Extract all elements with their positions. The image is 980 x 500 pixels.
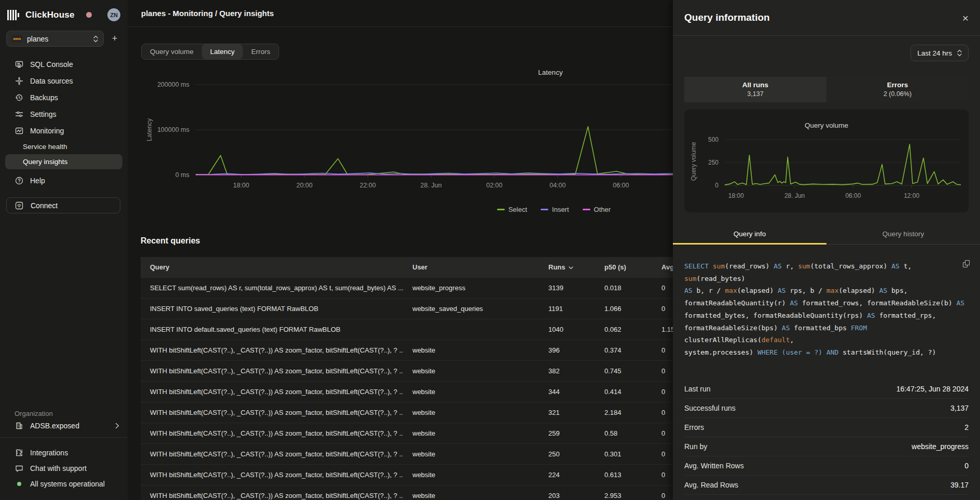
other-series-swatch: [583, 209, 590, 210]
legend-label: Select: [508, 206, 527, 213]
notification-dot-icon[interactable]: [86, 12, 92, 18]
cell-query: INSERT INTO saved_queries (text) FORMAT …: [141, 305, 403, 313]
svg-text:18:00: 18:00: [233, 182, 249, 189]
cell-query: WITH bitShiftLeft(CAST(?..), _CAST(?..))…: [141, 346, 403, 354]
service-selector[interactable]: aws planes: [6, 31, 104, 47]
sidebar-item-integrations[interactable]: Integrations: [0, 445, 128, 461]
tab-query-history[interactable]: Query history: [826, 223, 980, 244]
legend-item-insert[interactable]: Insert: [541, 206, 569, 213]
sidebar-item-label: Help: [30, 177, 45, 185]
chevron-right-icon: [115, 423, 119, 429]
cell-user: website: [403, 471, 539, 479]
cell-runs: 382: [539, 367, 595, 375]
breadcrumb: planes - Monitoring / Query insights: [141, 9, 274, 18]
brand-row: ClickHouse ZN: [0, 0, 128, 26]
sidebar: ClickHouse ZN aws planes + SQL Console D…: [0, 0, 128, 500]
sql-code-line: formatReadableQuantity(r) AS formatted_r…: [684, 297, 969, 309]
sidebar-item-backups[interactable]: Backups: [0, 89, 128, 106]
cell-runs: 1191: [539, 305, 595, 313]
avatar[interactable]: ZN: [107, 8, 120, 21]
stat-value: 3,137: [950, 404, 969, 412]
sql-code-line: SELECT sum(read_rows) AS r, sum(total_ro…: [684, 260, 969, 285]
tab-errors[interactable]: Errors: [243, 44, 279, 59]
panel-title: Query information: [684, 12, 770, 23]
legend-label: Insert: [552, 206, 569, 213]
cell-runs: 344: [539, 388, 595, 396]
sidebar-item-service-health[interactable]: Service health: [0, 139, 128, 154]
cell-query: WITH bitShiftLeft(CAST(?..), _CAST(?..))…: [141, 429, 403, 437]
sidebar-item-query-insights[interactable]: Query insights: [5, 154, 122, 169]
sidebar-item-label: Backups: [30, 93, 58, 102]
close-icon[interactable]: ×: [962, 12, 969, 23]
cell-p50: 0.745: [595, 367, 652, 375]
cell-runs: 259: [539, 429, 595, 437]
puzzle-icon: [15, 449, 23, 457]
backups-icon: [15, 93, 23, 102]
sidebar-item-label: Chat with support: [30, 464, 87, 472]
sidebar-item-chat-support[interactable]: Chat with support: [0, 461, 128, 476]
building-icon: [15, 422, 23, 430]
chat-icon: [15, 464, 23, 472]
copy-icon[interactable]: [963, 260, 970, 267]
brand-name: ClickHouse: [25, 10, 75, 20]
svg-text:Latency: Latency: [146, 118, 153, 141]
sidebar-item-label: Settings: [30, 110, 57, 118]
cell-user: website: [403, 367, 539, 375]
legend-item-other[interactable]: Other: [583, 206, 611, 213]
cell-runs: 1040: [539, 326, 595, 333]
col-p50: p50 (s): [595, 263, 652, 271]
add-service-button[interactable]: +: [109, 33, 120, 44]
sidebar-item-label: All systems operational: [30, 480, 105, 488]
stat-row: Avg. Written Rows 0: [684, 456, 969, 476]
sidebar-item-label: Monitoring: [30, 127, 64, 135]
cell-runs: 203: [539, 492, 595, 499]
time-range-select[interactable]: Last 24 hrs: [910, 45, 969, 61]
cell-runs: 250: [539, 450, 595, 458]
svg-text:250: 250: [708, 159, 719, 166]
cell-p50: 2.184: [595, 409, 652, 416]
cell-query: WITH bitShiftLeft(CAST(?..), _CAST(?..))…: [141, 409, 403, 416]
sidebar-item-help[interactable]: Help: [0, 172, 128, 189]
sidebar-item-data-sources[interactable]: Data sources: [0, 73, 128, 89]
sidebar-item-settings[interactable]: Settings: [0, 106, 128, 123]
sidebar-item-sql-console[interactable]: SQL Console: [0, 56, 128, 73]
svg-text:18:00: 18:00: [728, 192, 744, 199]
svg-text:12:00: 12:00: [904, 192, 919, 199]
cell-user: website_progress: [403, 284, 539, 292]
connect-button[interactable]: Connect: [6, 197, 120, 213]
col-runs[interactable]: Runs: [539, 263, 595, 271]
toggle-label: Errors: [826, 81, 969, 89]
sql-code-block: SELECT sum(read_rows) AS r, sum(total_ro…: [684, 260, 969, 359]
svg-text:06:00: 06:00: [613, 182, 629, 189]
toggle-all-runs[interactable]: All runs 3,137: [684, 77, 826, 102]
cell-query: WITH bitShiftLeft(CAST(?..), _CAST(?..))…: [141, 471, 403, 479]
sidebar-item-label: Data sources: [30, 77, 73, 85]
legend-item-select[interactable]: Select: [497, 206, 527, 213]
tab-query-info[interactable]: Query info: [673, 223, 826, 244]
sidebar-item-monitoring[interactable]: Monitoring: [0, 123, 128, 139]
toggle-errors[interactable]: Errors 2 (0.06%): [826, 77, 969, 102]
tab-latency[interactable]: Latency: [202, 44, 243, 59]
select-series-swatch: [497, 209, 505, 210]
tab-query-volume[interactable]: Query volume: [142, 44, 202, 59]
svg-text:06:00: 06:00: [845, 192, 861, 199]
cell-user: website: [403, 492, 539, 499]
svg-text:100000 ms: 100000 ms: [157, 126, 189, 133]
query-volume-chart: 025050018:0028. Jun06:0012:00Query volum…: [684, 110, 969, 212]
aws-icon: aws: [12, 35, 22, 42]
toggle-value: 3,137: [684, 90, 826, 98]
panel-tabs: Query info Query history: [673, 223, 980, 245]
svg-text:22:00: 22:00: [360, 182, 376, 189]
svg-text:200000 ms: 200000 ms: [157, 81, 189, 88]
stat-row: Last run 16:47:25, Jun 28 2024: [684, 380, 969, 399]
organization-switcher[interactable]: ADSB.exposed: [0, 422, 128, 437]
sidebar-item-system-status[interactable]: All systems operational: [0, 476, 128, 492]
clickhouse-logo-icon: [7, 10, 19, 20]
organization-name: ADSB.exposed: [30, 422, 79, 430]
stat-label: Run by: [684, 442, 707, 451]
sidebar-nav: SQL Console Data sources Backups Setting…: [0, 56, 128, 189]
sql-code-line: system.processes) WHERE (user = ?) AND s…: [684, 346, 969, 359]
sql-code-line: formatted_bytes, formatReadableQuantity(…: [684, 309, 969, 322]
cell-query: WITH bitShiftLeft(CAST(?..), _CAST(?..))…: [141, 492, 403, 499]
cell-p50: 0.58: [595, 429, 652, 437]
